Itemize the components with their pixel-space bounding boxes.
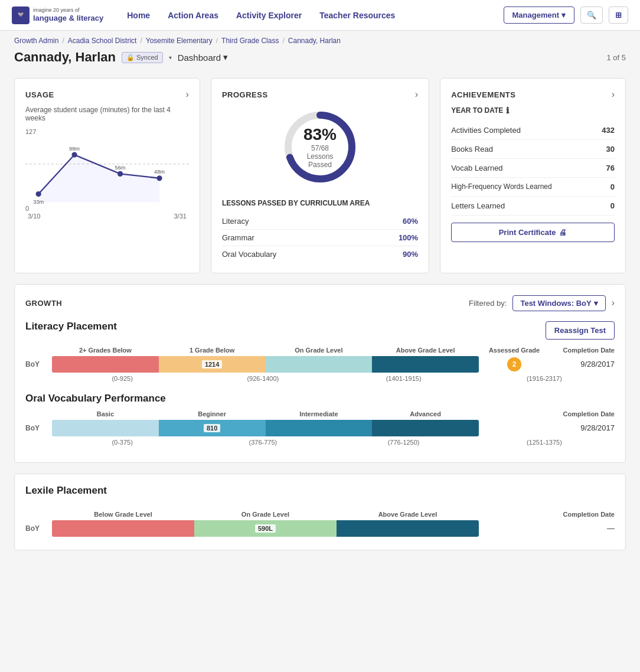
lexile-label-below: Below Grade Level xyxy=(52,511,194,518)
usage-subtitle: Average student usage (minutes) for the … xyxy=(25,106,189,122)
achievements-expand-icon[interactable]: › xyxy=(612,89,615,100)
svg-text:98m: 98m xyxy=(69,146,80,152)
progress-expand-icon[interactable]: › xyxy=(415,89,418,100)
synced-badge: 🔒 Synced xyxy=(122,52,163,63)
achievement-label: Letters Learned xyxy=(451,201,505,210)
growth-expand-icon[interactable]: › xyxy=(612,298,615,308)
literacy-placement-title: Literacy Placement xyxy=(25,321,117,332)
label-2-below: 2+ Grades Below xyxy=(52,347,159,354)
achievement-label: Books Read xyxy=(451,145,493,154)
lexile-bar-on: 590L xyxy=(194,520,337,537)
label-above-grade: Above Grade Level xyxy=(372,347,479,354)
achievement-books: Books Read 30 xyxy=(451,140,615,159)
oral-range-0: (0-375) xyxy=(52,439,192,446)
label-1-below: 1 Grade Below xyxy=(159,347,266,354)
bar-2-below xyxy=(52,356,159,373)
donut-fraction: 57/68 xyxy=(299,144,341,152)
literacy-ranges: (0-925) (926-1400) (1401-1915) (1916-231… xyxy=(52,375,615,382)
management-button[interactable]: Management ▾ xyxy=(504,6,574,24)
title-area: Cannady, Harlan 🔒 Synced ▾ Dashboard ▾ xyxy=(14,50,228,65)
usage-card-header: USAGE › xyxy=(25,89,189,100)
achievements-title: ACHIEVEMENTS xyxy=(451,90,515,99)
grid-button[interactable]: ⊞ xyxy=(609,6,628,24)
lexile-column-headers: Below Grade Level On Grade Level Above G… xyxy=(25,511,615,518)
bar-1-below: 1214 xyxy=(159,356,266,373)
donut-chart: 83% 57/68 Lessons Passed xyxy=(279,106,361,188)
oral-ranges: (0-375) (376-775) (776-1250) (1251-1375) xyxy=(52,439,615,446)
chart-y-max: 127 xyxy=(25,128,36,135)
range-3: (1916-2317) xyxy=(474,375,615,382)
navigation: 🐭 imagine 20 years of language & literac… xyxy=(0,0,640,31)
usage-expand-icon[interactable]: › xyxy=(186,89,189,100)
lesson-value: 90% xyxy=(403,250,418,259)
cards-row: USAGE › Average student usage (minutes) … xyxy=(14,78,626,273)
range-1: (926-1400) xyxy=(192,375,333,382)
chevron-down-icon: ▾ xyxy=(561,11,566,19)
lexile-bar: 590L xyxy=(52,520,479,537)
oral-range-1: (376-775) xyxy=(192,439,333,446)
lexile-section: Lexile Placement Below Grade Level On Gr… xyxy=(14,474,626,550)
search-button[interactable]: 🔍 xyxy=(580,6,603,24)
nav-teacher-resources[interactable]: Teacher Resources xyxy=(319,11,395,20)
lexile-label-on: On Grade Level xyxy=(194,511,337,518)
lexile-bar-above xyxy=(337,520,479,537)
donut-description: Lessons Passed xyxy=(299,152,341,169)
oral-range-3: (1251-1375) xyxy=(474,439,615,446)
nav-home[interactable]: Home xyxy=(127,11,150,20)
lessons-by-curriculum-title: LESSONS PASSED BY CURRICULUM AREA xyxy=(222,199,418,208)
oral-bar-basic xyxy=(52,420,159,436)
growth-filter-area: Filtered by: Test Windows: BoY ▾ › xyxy=(469,295,615,311)
oral-boy-row: BoY 810 9/28/2017 xyxy=(25,420,615,436)
achievement-value: 76 xyxy=(606,164,615,172)
literacy-placement-header: Literacy Placement Reassign Test xyxy=(25,321,615,341)
range-0: (0-925) xyxy=(52,375,192,382)
breadcrumb-growth-admin[interactable]: Growth Admin xyxy=(14,37,58,45)
print-certificate-button[interactable]: Print Certificate 🖨 xyxy=(451,223,615,242)
achievement-value: 0 xyxy=(610,182,615,191)
nav-action-areas[interactable]: Action Areas xyxy=(168,11,218,20)
oral-column-headers: Basic Beginner Intermediate Advanced Com… xyxy=(25,410,615,417)
nav-links: Home Action Areas Activity Explorer Teac… xyxy=(127,11,503,20)
breadcrumb: Growth Admin / Acadia School District / … xyxy=(0,31,640,47)
dashboard-button[interactable]: Dashboard ▾ xyxy=(178,52,228,63)
filter-label: Filtered by: xyxy=(469,299,507,308)
oral-range-2: (776-1250) xyxy=(334,439,474,446)
svg-marker-0 xyxy=(38,155,159,202)
svg-text:56m: 56m xyxy=(115,165,126,171)
lexile-title: Lexile Placement xyxy=(25,485,107,497)
nav-activity-explorer[interactable]: Activity Explorer xyxy=(236,11,302,20)
chart-svg: 33m 98m 56m 48m xyxy=(25,128,189,211)
breadcrumb-school[interactable]: Yosemite Elementary xyxy=(146,37,213,45)
progress-card: PROGRESS › 83% 57/68 Lessons Passed LESS… xyxy=(211,78,429,273)
oral-bar: 810 xyxy=(52,420,479,436)
title-dropdown-arrow[interactable]: ▾ xyxy=(169,54,172,61)
main-content: USAGE › Average student usage (minutes) … xyxy=(0,72,640,556)
progress-card-header: PROGRESS › xyxy=(222,89,418,100)
lexile-label-above: Above Grade Level xyxy=(337,511,479,518)
page-title: Cannady, Harlan xyxy=(14,50,116,65)
oral-boy-label: BoY xyxy=(25,424,52,432)
oral-bar-labels: Basic Beginner Intermediate Advanced xyxy=(52,410,479,417)
completion-date-label: Completion Date xyxy=(550,347,615,354)
literacy-column-headers: 2+ Grades Below 1 Grade Below On Grade L… xyxy=(25,347,615,354)
bar-above-grade xyxy=(372,356,479,373)
lexile-boy-row: BoY 590L — xyxy=(25,520,615,537)
lexile-boy-label: BoY xyxy=(25,524,52,533)
logo-icon: 🐭 xyxy=(18,12,24,18)
chart-x-labels: 3/10 3/31 xyxy=(25,213,189,220)
reassign-test-button[interactable]: Reassign Test xyxy=(546,321,615,340)
grid-icon: ⊞ xyxy=(615,11,622,19)
lesson-label: Oral Vocabulary xyxy=(222,250,277,259)
lexile-header: Lexile Placement xyxy=(25,485,615,505)
achievement-activities: Activities Completed 432 xyxy=(451,121,615,140)
breadcrumb-student[interactable]: Cannady, Harlan xyxy=(288,37,341,45)
literacy-completion-date: 9/28/2017 xyxy=(550,360,615,368)
breadcrumb-district[interactable]: Acadia School District xyxy=(68,37,137,45)
oral-completion-label: Completion Date xyxy=(550,410,615,417)
achievement-label: Activities Completed xyxy=(451,126,521,135)
breadcrumb-class[interactable]: Third Grade Class xyxy=(221,37,279,45)
filter-button[interactable]: Test Windows: BoY ▾ xyxy=(512,295,605,311)
oral-bar-beginner: 810 xyxy=(159,420,266,436)
lexile-bar-labels: Below Grade Level On Grade Level Above G… xyxy=(52,511,479,518)
nav-right: Management ▾ 🔍 ⊞ xyxy=(504,6,628,24)
